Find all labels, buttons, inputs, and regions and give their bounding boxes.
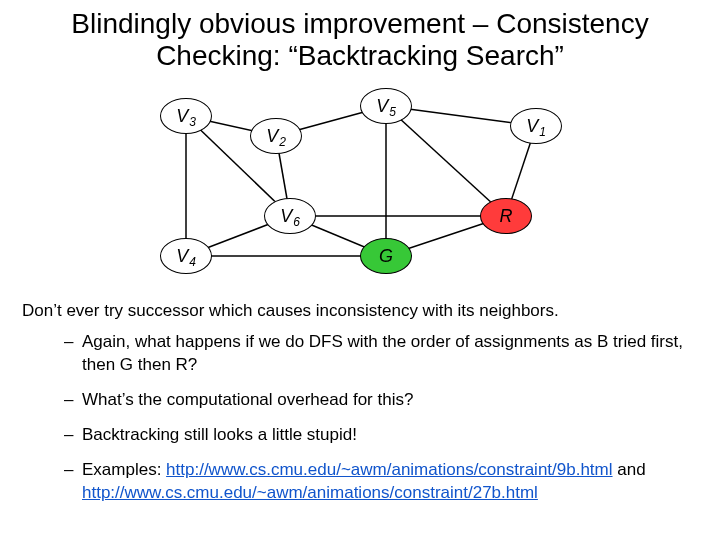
bullet-item: Again, what happens if we do DFS with th… — [64, 331, 698, 377]
bullet-list: Again, what happens if we do DFS with th… — [22, 331, 698, 505]
bullet-item: Examples: http://www.cs.cmu.edu/~awm/ani… — [64, 459, 698, 505]
node-label: V1 — [526, 116, 546, 137]
bullet-text: Backtracking still looks a little stupid… — [82, 425, 357, 444]
bullet-item: What’s the computational overhead for th… — [64, 389, 698, 412]
example-link-1[interactable]: http://www.cs.cmu.edu/~awm/animations/co… — [166, 460, 612, 479]
node-label: R — [500, 206, 513, 227]
node-label: V2 — [266, 126, 286, 147]
bullet-text: What’s the computational overhead for th… — [82, 390, 413, 409]
graph-diagram: V3 V2 V5 V1 V6 R V4 G — [90, 78, 630, 288]
body-text: Don’t ever try successor which causes in… — [10, 294, 710, 505]
slide-title: Blindingly obvious improvement – Consist… — [10, 0, 710, 76]
intro-text: Don’t ever try successor which causes in… — [22, 300, 698, 323]
bullet-prefix: Examples: — [82, 460, 166, 479]
bullet-item: Backtracking still looks a little stupid… — [64, 424, 698, 447]
node-label: V6 — [280, 206, 300, 227]
bullet-mid: and — [613, 460, 646, 479]
node-label: V4 — [176, 246, 196, 267]
svg-line-7 — [386, 106, 506, 216]
node-label: V3 — [176, 106, 196, 127]
node-label: G — [379, 246, 393, 267]
node-label: V5 — [376, 96, 396, 117]
bullet-text: Again, what happens if we do DFS with th… — [82, 332, 683, 374]
example-link-2[interactable]: http://www.cs.cmu.edu/~awm/animations/co… — [82, 483, 538, 502]
